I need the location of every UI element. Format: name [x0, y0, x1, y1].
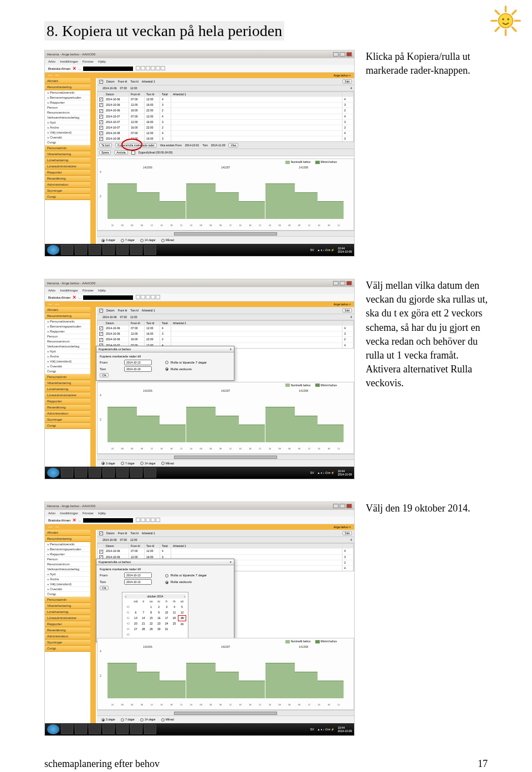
dialog-from-input[interactable]: [124, 572, 152, 578]
cal-next-icon[interactable]: ›: [184, 595, 185, 598]
calendar-day[interactable]: 4: [171, 604, 178, 610]
calendar-day[interactable]: 10: [163, 610, 171, 615]
taskbar-app[interactable]: [116, 245, 129, 255]
vertical-tabs[interactable]: [90, 78, 96, 244]
sidebar-allmant[interactable]: Allmänt: [45, 78, 90, 84]
calendar-day[interactable]: 29: [147, 626, 155, 632]
ok-button[interactable]: Ok: [100, 373, 109, 377]
table-row[interactable]: 2014-10-0716:0022:0022: [98, 125, 354, 130]
sidebar-item[interactable]: Resurscentrum: [45, 110, 90, 115]
calendar-day[interactable]: 31: [163, 626, 171, 632]
taskbar-app[interactable]: [61, 245, 73, 255]
sidebar-item[interactable]: Övrigt: [45, 140, 90, 145]
calendar-day[interactable]: 13: [132, 615, 140, 621]
table-row[interactable]: 2014-10-0712:0016:0033: [98, 119, 354, 125]
dialog-close-icon[interactable]: ×: [229, 560, 232, 564]
calendar-day[interactable]: 14: [140, 615, 147, 621]
calendar-day[interactable]: [140, 632, 147, 637]
calendar-day[interactable]: 8: [147, 610, 155, 615]
sidebar-loneadm[interactable]: Löneadministratörer: [45, 163, 90, 170]
calendar-day[interactable]: [147, 632, 155, 637]
dialog-from-input[interactable]: [124, 360, 152, 365]
spara-button[interactable]: Spara: [99, 150, 111, 155]
calendar-day[interactable]: 27: [132, 626, 140, 632]
sidebar-item[interactable]: » Ändra: [45, 125, 90, 130]
sidebar-item[interactable]: » Nytt: [45, 120, 90, 125]
calendar-day[interactable]: 21: [140, 621, 147, 626]
calendar-day[interactable]: 15: [147, 615, 155, 621]
cal-prev-icon[interactable]: ‹: [125, 595, 126, 598]
calendar-day[interactable]: 23: [155, 621, 163, 626]
taskbar-app[interactable]: [103, 245, 115, 255]
calendar-day[interactable]: [132, 632, 140, 637]
calendar-day[interactable]: [171, 626, 178, 632]
taskbar-app[interactable]: [130, 245, 142, 255]
date-picker[interactable]: ‹oktober 2014› måtiontofrlösö40123454167…: [122, 592, 188, 640]
dialog-tom-input[interactable]: [124, 366, 152, 372]
sidebar-rapporter[interactable]: Rapporter: [45, 170, 90, 176]
start-button-icon[interactable]: [47, 245, 59, 255]
calendar-day[interactable]: 22: [147, 621, 155, 626]
tom-date[interactable]: 2014-11-30: [211, 144, 226, 147]
table-row[interactable]: 2014-10-0707:0012:0044: [98, 114, 354, 119]
calendar-day[interactable]: 24: [163, 621, 171, 626]
calendar-day[interactable]: 5: [178, 604, 186, 610]
calendar-day[interactable]: 18: [171, 615, 178, 621]
table-row[interactable]: 2014-10-0616:0022:0022: [98, 108, 354, 113]
sidebar-item[interactable]: » Rapporter: [45, 100, 90, 105]
calendar-day[interactable]: 16: [155, 615, 163, 621]
sidebar-lone[interactable]: Lönehantering: [45, 157, 90, 163]
sidebar-ovrigt[interactable]: Övrigt: [45, 194, 90, 200]
horizontal-scrollbar[interactable]: [97, 231, 354, 236]
taskbar-app[interactable]: [75, 245, 87, 255]
calendar-day[interactable]: 3: [163, 604, 171, 610]
menu-arkiv[interactable]: Arkiv: [48, 60, 55, 63]
from-date[interactable]: 2014-10-01: [185, 144, 200, 147]
table-row[interactable]: 2014-10-0616:0022:0022: [98, 336, 354, 342]
calendar-day[interactable]: 11: [171, 610, 178, 615]
dygn-check[interactable]: [131, 151, 135, 155]
table-row[interactable]: 2014-10-0612:0016:0033: [98, 331, 354, 336]
dialog-close-icon[interactable]: ×: [229, 347, 232, 351]
radio-3dagar[interactable]: [101, 239, 105, 242]
taskbar-app[interactable]: [144, 245, 156, 255]
calendar-day[interactable]: [178, 626, 186, 632]
set-button[interactable]: Sätt: [342, 79, 352, 84]
calendar-day[interactable]: 12: [178, 610, 186, 615]
calendar-day[interactable]: 7: [140, 610, 147, 615]
minimize-icon[interactable]: [333, 52, 339, 57]
calendar-day[interactable]: 19: [178, 615, 186, 621]
radio-14dagar[interactable]: [140, 239, 144, 242]
sidebar-item[interactable]: » Välj (standard): [45, 130, 90, 135]
radio-7dagar[interactable]: [121, 239, 124, 242]
calendar-day[interactable]: 25: [171, 621, 178, 626]
dialog-tom-input[interactable]: [124, 579, 152, 585]
sidebar-item[interactable]: » Personalöversikt: [45, 90, 90, 95]
calendar-day[interactable]: 28: [140, 626, 147, 632]
sidebar-vikarie[interactable]: Vikariehantering: [45, 151, 90, 157]
sidebar-item[interactable]: Verksamhetsunderlag: [45, 115, 90, 120]
calendar-day[interactable]: 26: [178, 621, 186, 626]
sidebar-admin[interactable]: Administration: [45, 182, 90, 188]
calendar-day[interactable]: [171, 632, 178, 637]
menu-hjalp[interactable]: Hjälp: [98, 60, 106, 63]
close-icon[interactable]: [346, 52, 352, 57]
taskbar-app[interactable]: [89, 245, 101, 255]
calendar-day[interactable]: 2: [155, 604, 163, 610]
calendar-day[interactable]: 6: [132, 610, 140, 615]
sidebar-item[interactable]: Person: [45, 105, 90, 110]
calendar-day[interactable]: 9: [155, 610, 163, 615]
radio-rulla-veckovis[interactable]: [165, 367, 168, 371]
radio-rulla-lopande[interactable]: [165, 361, 168, 364]
menu-installningar[interactable]: Inställningar: [60, 60, 78, 63]
table-row[interactable]: 2014-10-0612:0016:0033: [98, 102, 354, 108]
tabort-button[interactable]: Ta bort: [99, 143, 112, 147]
visa-button[interactable]: Visa: [228, 143, 238, 147]
avsluta-button[interactable]: Avsluta: [114, 150, 127, 155]
ok-button[interactable]: Ok: [100, 586, 109, 590]
sidebar-styr[interactable]: Styrningar: [45, 188, 90, 194]
tab-ange-behov[interactable]: Ange behov ×: [334, 74, 351, 77]
calendar-day[interactable]: [178, 632, 186, 637]
radio-manad[interactable]: [161, 239, 165, 242]
sidebar-resurs[interactable]: Resurshantering: [45, 84, 90, 90]
